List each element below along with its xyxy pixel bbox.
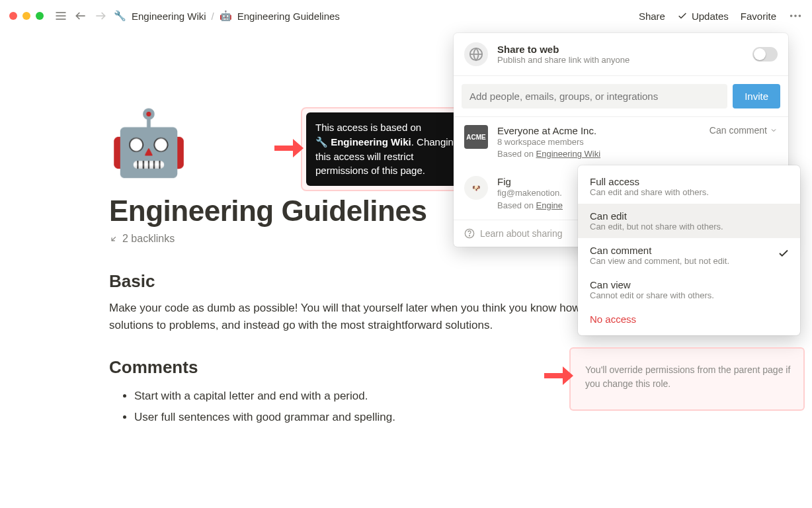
svg-line-8	[112, 237, 116, 241]
member-name: Fig	[497, 176, 563, 187]
globe-icon	[464, 42, 488, 66]
more-icon[interactable]	[788, 9, 803, 23]
breadcrumb-separator: /	[212, 11, 214, 22]
member-based-on: Based on Engineering Wiki	[497, 148, 600, 160]
help-icon	[464, 228, 475, 239]
avatar: ACME	[464, 125, 488, 149]
annotation-arrow-icon	[273, 136, 304, 163]
member-detail: fig@makenotion.	[497, 187, 563, 199]
based-on-link[interactable]: Engine	[536, 200, 563, 210]
perm-option-no-access[interactable]: No access	[578, 307, 800, 331]
share-to-web-row: Share to web Publish and share link with…	[454, 33, 788, 76]
backlinks-label: 2 backlinks	[122, 233, 175, 245]
perm-subtitle: Can view and comment, but not edit.	[590, 256, 788, 266]
updates-label: Updates	[692, 11, 729, 22]
breadcrumb-parent[interactable]: Engineering Wiki	[132, 11, 206, 22]
perm-title: Can view	[590, 279, 788, 290]
topbar: 🔧 Engineering Wiki / 🤖 Engineering Guide…	[0, 0, 812, 32]
based-on-link[interactable]: Engineering Wiki	[536, 149, 601, 159]
permission-dropdown: Full access Can edit and share with othe…	[578, 165, 800, 335]
chevron-down-icon	[770, 126, 778, 134]
close-window-icon[interactable]	[9, 12, 17, 20]
member-based-on: Based on Engine	[497, 200, 563, 212]
invite-row: Invite	[454, 76, 788, 117]
share-to-web-title: Share to web	[497, 44, 629, 55]
member-detail: 8 workspace members	[497, 136, 600, 148]
topbar-actions: Share Updates Favorite	[639, 9, 803, 23]
check-icon	[778, 247, 790, 262]
tooltip-bold: Engineering Wiki	[331, 136, 411, 148]
invite-input[interactable]	[462, 84, 727, 108]
perm-title: No access	[590, 314, 788, 325]
perm-option-can-view[interactable]: Can view Cannot edit or share with other…	[578, 273, 800, 307]
svg-point-12	[469, 235, 469, 236]
favorite-button[interactable]: Favorite	[741, 11, 776, 22]
permission-label: Can comment	[710, 125, 767, 136]
share-button[interactable]: Share	[639, 11, 665, 22]
perm-title: Can comment	[590, 245, 788, 256]
learn-sharing-label: Learn about sharing	[480, 228, 563, 239]
perm-option-can-comment[interactable]: Can comment Can view and comment, but no…	[578, 238, 800, 273]
updates-button[interactable]: Updates	[677, 11, 729, 22]
perm-option-full-access[interactable]: Full access Can edit and share with othe…	[578, 169, 800, 204]
breadcrumb-current[interactable]: Engineering Guidelines	[237, 11, 340, 22]
annotation-arrow-icon	[543, 363, 573, 391]
fullscreen-window-icon[interactable]	[36, 12, 44, 20]
svg-point-5	[790, 15, 793, 17]
avatar: 🐶	[464, 176, 488, 200]
tooltip-text: This access is based on	[315, 122, 421, 133]
forward-icon	[94, 9, 107, 22]
permission-selector[interactable]: Can comment	[710, 125, 778, 136]
perm-title: Can edit	[590, 210, 788, 222]
perm-subtitle: Can edit, but not share with others.	[590, 222, 788, 232]
override-warning-text: You'll override permissions from the par…	[569, 347, 805, 411]
share-to-web-toggle[interactable]	[752, 47, 778, 62]
access-tooltip-annotation: This access is based on 🔧 Engineering Wi…	[273, 112, 477, 186]
perm-option-can-edit[interactable]: Can edit Can edit, but not share with ot…	[578, 204, 800, 238]
back-icon[interactable]	[74, 9, 87, 22]
invite-button[interactable]: Invite	[733, 84, 780, 108]
perm-subtitle: Can edit and share with others.	[590, 187, 788, 197]
override-warning-annotation: You'll override permissions from the par…	[569, 347, 805, 411]
breadcrumb: 🔧 Engineering Wiki / 🤖 Engineering Guide…	[114, 10, 340, 22]
robot-icon: 🤖	[220, 10, 232, 22]
share-member-row: ACME Everyone at Acme Inc. 8 workspace m…	[454, 117, 788, 168]
member-name: Everyone at Acme Inc.	[497, 125, 600, 136]
share-to-web-subtitle: Publish and share link with anyone	[497, 55, 629, 65]
minimize-window-icon[interactable]	[22, 12, 30, 20]
perm-subtitle: Cannot edit or share with others.	[590, 290, 788, 300]
svg-point-6	[794, 15, 797, 17]
mac-traffic-lights	[9, 12, 44, 20]
wrench-icon: 🔧	[114, 10, 126, 22]
access-tooltip: This access is based on 🔧 Engineering Wi…	[306, 112, 477, 186]
perm-title: Full access	[590, 176, 788, 187]
hamburger-icon[interactable]	[54, 9, 67, 22]
svg-point-7	[799, 15, 801, 17]
